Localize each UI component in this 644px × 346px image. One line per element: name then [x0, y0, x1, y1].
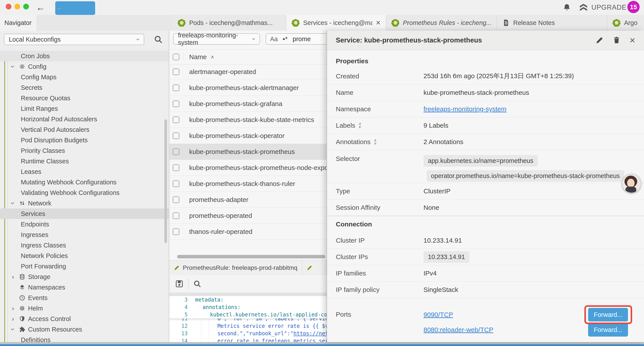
created-row: Created 253d 16h 6m ago (2025年1月13日 GMT+…	[327, 68, 644, 84]
editor-tab-prometheusrule[interactable]: PrometheusRule: freeleaps-prod-rabbitmq	[169, 260, 302, 275]
edit-pencil-icon[interactable]	[595, 36, 604, 44]
sidebar-tree-item[interactable]: › Pod Disruption Budgets	[0, 135, 169, 145]
upgrade-button[interactable]: UPGRADE	[579, 2, 626, 13]
sort-ascending-icon[interactable]: ∧	[211, 54, 214, 60]
table-row[interactable]: kube-prometheus-stack-prometheus	[169, 144, 326, 160]
sidebar-tree-item[interactable]: › Events	[0, 293, 169, 303]
sidebar-tree-item[interactable]: › Cron Jobs	[0, 51, 169, 61]
sidebar-tree-item[interactable]: › Priority Classes	[0, 145, 169, 156]
sidebar-tree-item[interactable]: › Endpoints	[0, 219, 169, 230]
row-checkbox[interactable]	[173, 164, 179, 171]
row-checkbox[interactable]	[173, 212, 179, 219]
app-tab[interactable]: Release Notes ×	[497, 15, 607, 31]
row-checkbox[interactable]	[173, 68, 179, 75]
annotations-value[interactable]: 2 Annotations	[424, 138, 464, 146]
regex-icon[interactable]: ▪*	[282, 35, 288, 43]
table-row[interactable]: alertmanager-operated	[169, 64, 326, 80]
row-checkbox[interactable]	[173, 84, 179, 91]
sidebar-scrollbar[interactable]	[164, 119, 167, 243]
forward-button-8080[interactable]: Forward...	[588, 323, 628, 337]
table-row[interactable]: kube-prometheus-stack-grafana	[169, 96, 326, 112]
user-avatar[interactable]	[622, 174, 641, 193]
app-tab[interactable]: Prometheus Rules - icecheng... ×	[386, 15, 497, 31]
close-window-button[interactable]	[6, 4, 12, 9]
app-tab[interactable]: Services - icecheng@math... ×	[286, 15, 386, 31]
table-row[interactable]: kube-prometheus-stack-kube-state-metrics	[169, 112, 326, 128]
sidebar-search-icon[interactable]	[154, 34, 163, 44]
sidebar-tree-item[interactable]: › Resource Quotas	[0, 93, 169, 103]
row-checkbox[interactable]	[173, 148, 179, 155]
row-checkbox[interactable]	[173, 228, 179, 235]
table-row[interactable]: prometheus-adapter	[169, 192, 326, 208]
column-divider	[184, 53, 184, 61]
sidebar-tree-item[interactable]: › Config Maps	[0, 72, 169, 82]
maximize-window-button[interactable]	[23, 4, 29, 9]
table-row[interactable]: kube-prometheus-stack-operator	[169, 128, 326, 144]
table-row[interactable]: kube-prometheus-stack-prometheus-node-ex…	[169, 160, 326, 176]
sidebar-tree-item[interactable]: › Runtime Classes	[0, 156, 169, 166]
sidebar-tree-item[interactable]: › Limit Ranges	[0, 103, 169, 114]
row-checkbox[interactable]	[173, 196, 179, 203]
sidebar-tree-item[interactable]: › Vertical Pod Autoscalers	[0, 124, 169, 135]
sidebar-tree-item[interactable]: › Validating Webhook Configurations	[0, 187, 169, 198]
sidebar-tree-item[interactable]: › Config	[0, 61, 169, 72]
save-icon[interactable]	[175, 280, 184, 288]
navigator-panel-tab[interactable]: Navigator	[0, 15, 37, 31]
sidebar-tree-item[interactable]: › Services	[0, 209, 169, 219]
editor-tab-next[interactable]	[302, 260, 326, 275]
sidebar-tree-item[interactable]: › Network	[0, 198, 169, 209]
table-row[interactable]: thanos-ruler-operated	[169, 224, 326, 240]
match-case-icon[interactable]: Aa	[270, 35, 278, 43]
table-row[interactable]: kube-prometheus-stack-alertmanager	[169, 80, 326, 96]
row-checkbox[interactable]	[173, 132, 179, 139]
sidebar-tree-item[interactable]: › Custom Resources	[0, 324, 169, 335]
kubeconfig-selector[interactable]: Local Kubeconfigs ›	[4, 34, 144, 45]
namespace-link[interactable]: freeleaps-monitoring-system	[424, 105, 506, 113]
select-all-checkbox[interactable]	[173, 54, 179, 60]
row-checkbox[interactable]	[173, 116, 179, 123]
notifications-bell-icon[interactable]	[562, 3, 571, 12]
sidebar-tree-item[interactable]: › Helm	[0, 303, 169, 314]
sidebar-tree-item[interactable]: › Secrets	[0, 82, 169, 93]
close-icon[interactable]: ×	[630, 35, 635, 45]
delete-trash-icon[interactable]	[612, 36, 621, 44]
forward-button[interactable]: →	[55, 1, 95, 15]
table-row[interactable]: prometheus-operated	[169, 208, 326, 224]
notification-count-badge[interactable]: 15	[627, 1, 640, 13]
namespace-selector[interactable]: freeleaps-monitoring-system ›	[173, 33, 260, 45]
sidebar-tree-item[interactable]: › Ingresses	[0, 230, 169, 240]
sidebar-tree-item[interactable]: › Storage	[0, 272, 169, 282]
forward-button-9090[interactable]: Forward...	[588, 308, 628, 322]
row-checkbox[interactable]	[173, 100, 179, 107]
sidebar-tree-item[interactable]: › Port Forwarding	[0, 261, 169, 272]
app-tab[interactable]: Pods - icecheng@mathmas... ×	[172, 15, 286, 31]
name-column-header[interactable]: Name	[189, 53, 207, 61]
band-filler	[37, 15, 172, 31]
code-text: second.","runbook_url":"https://netdata.…	[192, 331, 326, 337]
back-button[interactable]: ←	[36, 1, 45, 13]
table-row[interactable]: kube-prometheus-stack-thanos-ruler	[169, 176, 326, 192]
expand-collapse-icon[interactable]: ∧∨	[374, 139, 376, 145]
labels-value[interactable]: 9 Labels	[424, 122, 448, 129]
sidebar-tree-item[interactable]: › Horizontal Pod Autoscalers	[0, 114, 169, 124]
sidebar-tree-item[interactable]: › Leases	[0, 166, 169, 177]
minimize-window-button[interactable]	[14, 4, 20, 9]
sidebar-tree-item[interactable]: › Access Control	[0, 314, 169, 324]
ip-families-value: IPv4	[424, 270, 437, 277]
editor-search-icon[interactable]	[193, 280, 202, 288]
port-link-8080[interactable]: 8080:reloader-web/TCP	[424, 326, 494, 334]
app-tab[interactable]: Argo Se ×	[607, 15, 644, 31]
tab-close-icon[interactable]: ×	[376, 19, 380, 27]
table-search-input[interactable]: Aa ▪* prome	[266, 33, 332, 45]
sidebar-tree-item[interactable]: › Definitions	[0, 335, 169, 342]
sidebar-tree-item[interactable]: › Namespaces	[0, 282, 169, 293]
row-checkbox[interactable]	[173, 180, 179, 187]
yaml-editor[interactable]: 3 metadata: 4 annotations: 5 kubectl.kub…	[169, 296, 326, 342]
sticky-scroll-lines: 3 metadata: 4 annotations: 5 kubectl.kub…	[169, 296, 326, 319]
sidebar-tree-item[interactable]: › Network Policies	[0, 251, 169, 261]
sidebar-tree-item[interactable]: › Ingress Classes	[0, 240, 169, 251]
port-link-9090[interactable]: 9090/TCP	[424, 311, 453, 319]
sidebar-tree-item[interactable]: › Mutating Webhook Configurations	[0, 177, 169, 187]
horizontal-scrollbar[interactable]	[177, 255, 325, 258]
expand-collapse-icon[interactable]: ∧∨	[358, 122, 361, 129]
